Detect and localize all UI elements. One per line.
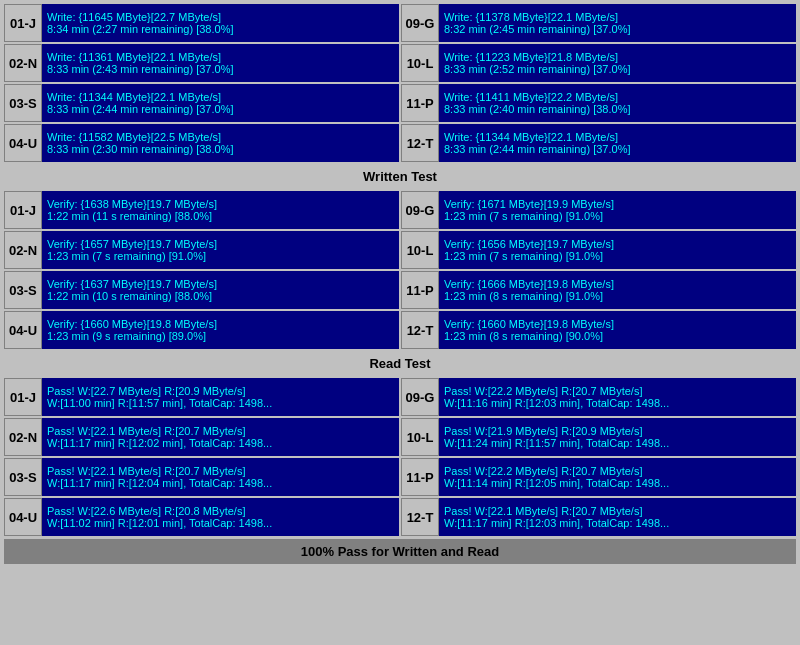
row-left-04-U: 04-UWrite: {11582 MByte}[22.5 MByte/s]8:… <box>4 124 399 162</box>
device-data: Pass! W:[22.2 MByte/s] R:[20.7 MByte/s]W… <box>439 458 796 496</box>
data-line2: W:[11:14 min] R:[12:05 min], TotalCap: 1… <box>444 477 791 489</box>
data-line1: Pass! W:[22.7 MByte/s] R:[20.9 MByte/s] <box>47 385 394 397</box>
data-line1: Verify: {1656 MByte}[19.7 MByte/s] <box>444 238 791 250</box>
device-data: Verify: {1656 MByte}[19.7 MByte/s]1:23 m… <box>439 231 796 269</box>
verify-grid: 01-JVerify: {1638 MByte}[19.7 MByte/s]1:… <box>4 191 796 349</box>
data-line2: W:[11:17 min] R:[12:03 min], TotalCap: 1… <box>444 517 791 529</box>
data-line1: Pass! W:[22.1 MByte/s] R:[20.7 MByte/s] <box>47 465 394 477</box>
data-line2: W:[11:17 min] R:[12:02 min], TotalCap: 1… <box>47 437 394 449</box>
row-left-03-S: 03-SVerify: {1637 MByte}[19.7 MByte/s]1:… <box>4 271 399 309</box>
data-line2: 1:22 min (10 s remaining) [88.0%] <box>47 290 394 302</box>
device-data: Verify: {1637 MByte}[19.7 MByte/s]1:22 m… <box>42 271 399 309</box>
verify-section: 01-JVerify: {1638 MByte}[19.7 MByte/s]1:… <box>4 191 796 349</box>
data-line1: Verify: {1657 MByte}[19.7 MByte/s] <box>47 238 394 250</box>
data-line1: Write: {11344 MByte}[22.1 MByte/s] <box>47 91 394 103</box>
data-line2: 8:33 min (2:52 min remaining) [37.0%] <box>444 63 791 75</box>
row-right-12-T: 12-TVerify: {1660 MByte}[19.8 MByte/s]1:… <box>401 311 796 349</box>
data-line2: 1:23 min (9 s remaining) [89.0%] <box>47 330 394 342</box>
row-left-02-N: 02-NWrite: {11361 MByte}[22.1 MByte/s]8:… <box>4 44 399 82</box>
data-line1: Pass! W:[22.2 MByte/s] R:[20.7 MByte/s] <box>444 385 791 397</box>
row-left-02-N: 02-NPass! W:[22.1 MByte/s] R:[20.7 MByte… <box>4 418 399 456</box>
device-data: Write: {11223 MByte}[21.8 MByte/s]8:33 m… <box>439 44 796 82</box>
data-line2: 1:23 min (7 s remaining) [91.0%] <box>47 250 394 262</box>
device-data: Write: {11378 MByte}[22.1 MByte/s]8:32 m… <box>439 4 796 42</box>
device-id: 09-G <box>401 4 439 42</box>
device-data: Verify: {1660 MByte}[19.8 MByte/s]1:23 m… <box>439 311 796 349</box>
data-line1: Pass! W:[22.2 MByte/s] R:[20.7 MByte/s] <box>444 465 791 477</box>
device-id: 03-S <box>4 84 42 122</box>
device-id: 01-J <box>4 4 42 42</box>
device-id: 12-T <box>401 124 439 162</box>
data-line1: Write: {11378 MByte}[22.1 MByte/s] <box>444 11 791 23</box>
data-line2: 1:23 min (7 s remaining) [91.0%] <box>444 250 791 262</box>
device-id: 03-S <box>4 271 42 309</box>
data-line2: 8:33 min (2:44 min remaining) [37.0%] <box>47 103 394 115</box>
device-id: 03-S <box>4 458 42 496</box>
device-id: 11-P <box>401 458 439 496</box>
device-data: Write: {11582 MByte}[22.5 MByte/s]8:33 m… <box>42 124 399 162</box>
row-left-01-J: 01-JVerify: {1638 MByte}[19.7 MByte/s]1:… <box>4 191 399 229</box>
device-id: 09-G <box>401 191 439 229</box>
row-right-11-P: 11-PWrite: {11411 MByte}[22.2 MByte/s]8:… <box>401 84 796 122</box>
pass-grid: 01-JPass! W:[22.7 MByte/s] R:[20.9 MByte… <box>4 378 796 536</box>
data-line2: 1:22 min (11 s remaining) [88.0%] <box>47 210 394 222</box>
device-data: Pass! W:[21.9 MByte/s] R:[20.9 MByte/s]W… <box>439 418 796 456</box>
data-line2: 8:33 min (2:44 min remaining) [37.0%] <box>444 143 791 155</box>
device-data: Verify: {1638 MByte}[19.7 MByte/s]1:22 m… <box>42 191 399 229</box>
device-id: 10-L <box>401 44 439 82</box>
device-id: 01-J <box>4 191 42 229</box>
data-line1: Write: {11344 MByte}[22.1 MByte/s] <box>444 131 791 143</box>
row-left-02-N: 02-NVerify: {1657 MByte}[19.7 MByte/s]1:… <box>4 231 399 269</box>
write-grid: 01-JWrite: {11645 MByte}[22.7 MByte/s]8:… <box>4 4 796 162</box>
device-data: Write: {11645 MByte}[22.7 MByte/s]8:34 m… <box>42 4 399 42</box>
data-line1: Verify: {1660 MByte}[19.8 MByte/s] <box>47 318 394 330</box>
data-line2: 1:23 min (8 s remaining) [91.0%] <box>444 290 791 302</box>
device-data: Write: {11344 MByte}[22.1 MByte/s]8:33 m… <box>439 124 796 162</box>
written-test-header: Written Test <box>4 165 796 188</box>
row-left-04-U: 04-UPass! W:[22.6 MByte/s] R:[20.8 MByte… <box>4 498 399 536</box>
write-section: 01-JWrite: {11645 MByte}[22.7 MByte/s]8:… <box>4 4 796 162</box>
device-id: 11-P <box>401 271 439 309</box>
device-data: Verify: {1666 MByte}[19.8 MByte/s]1:23 m… <box>439 271 796 309</box>
row-right-11-P: 11-PVerify: {1666 MByte}[19.8 MByte/s]1:… <box>401 271 796 309</box>
device-data: Pass! W:[22.1 MByte/s] R:[20.7 MByte/s]W… <box>42 458 399 496</box>
data-line1: Write: {11582 MByte}[22.5 MByte/s] <box>47 131 394 143</box>
device-data: Verify: {1671 MByte}[19.9 MByte/s]1:23 m… <box>439 191 796 229</box>
device-id: 04-U <box>4 498 42 536</box>
device-id: 12-T <box>401 498 439 536</box>
data-line1: Write: {11223 MByte}[21.8 MByte/s] <box>444 51 791 63</box>
row-left-04-U: 04-UVerify: {1660 MByte}[19.8 MByte/s]1:… <box>4 311 399 349</box>
main-container: 01-JWrite: {11645 MByte}[22.7 MByte/s]8:… <box>0 0 800 568</box>
device-id: 01-J <box>4 378 42 416</box>
device-id: 02-N <box>4 418 42 456</box>
row-right-09-G: 09-GWrite: {11378 MByte}[22.1 MByte/s]8:… <box>401 4 796 42</box>
data-line2: W:[11:02 min] R:[12:01 min], TotalCap: 1… <box>47 517 394 529</box>
data-line2: W:[11:24 min] R:[11:57 min], TotalCap: 1… <box>444 437 791 449</box>
data-line2: 8:32 min (2:45 min remaining) [37.0%] <box>444 23 791 35</box>
data-line1: Pass! W:[21.9 MByte/s] R:[20.9 MByte/s] <box>444 425 791 437</box>
row-left-01-J: 01-JWrite: {11645 MByte}[22.7 MByte/s]8:… <box>4 4 399 42</box>
data-line1: Write: {11411 MByte}[22.2 MByte/s] <box>444 91 791 103</box>
data-line1: Pass! W:[22.1 MByte/s] R:[20.7 MByte/s] <box>47 425 394 437</box>
device-data: Pass! W:[22.7 MByte/s] R:[20.9 MByte/s]W… <box>42 378 399 416</box>
device-id: 02-N <box>4 231 42 269</box>
data-line1: Verify: {1637 MByte}[19.7 MByte/s] <box>47 278 394 290</box>
row-right-10-L: 10-LVerify: {1656 MByte}[19.7 MByte/s]1:… <box>401 231 796 269</box>
bottom-bar: 100% Pass for Written and Read <box>4 539 796 564</box>
device-data: Write: {11344 MByte}[22.1 MByte/s]8:33 m… <box>42 84 399 122</box>
data-line1: Verify: {1666 MByte}[19.8 MByte/s] <box>444 278 791 290</box>
device-data: Pass! W:[22.1 MByte/s] R:[20.7 MByte/s]W… <box>439 498 796 536</box>
row-right-10-L: 10-LPass! W:[21.9 MByte/s] R:[20.9 MByte… <box>401 418 796 456</box>
row-right-10-L: 10-LWrite: {11223 MByte}[21.8 MByte/s]8:… <box>401 44 796 82</box>
row-right-12-T: 12-TWrite: {11344 MByte}[22.1 MByte/s]8:… <box>401 124 796 162</box>
device-id: 04-U <box>4 311 42 349</box>
device-id: 04-U <box>4 124 42 162</box>
device-id: 09-G <box>401 378 439 416</box>
device-id: 11-P <box>401 84 439 122</box>
device-data: Verify: {1657 MByte}[19.7 MByte/s]1:23 m… <box>42 231 399 269</box>
data-line2: W:[11:16 min] R:[12:03 min], TotalCap: 1… <box>444 397 791 409</box>
data-line2: W:[11:17 min] R:[12:04 min], TotalCap: 1… <box>47 477 394 489</box>
row-right-09-G: 09-GPass! W:[22.2 MByte/s] R:[20.7 MByte… <box>401 378 796 416</box>
data-line1: Pass! W:[22.6 MByte/s] R:[20.8 MByte/s] <box>47 505 394 517</box>
data-line1: Pass! W:[22.1 MByte/s] R:[20.7 MByte/s] <box>444 505 791 517</box>
